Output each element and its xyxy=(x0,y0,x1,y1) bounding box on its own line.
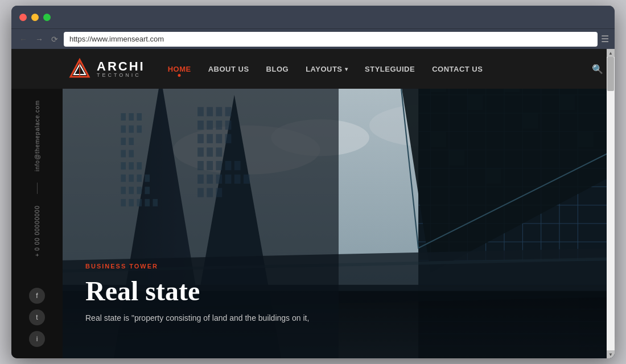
traffic-light-red[interactable] xyxy=(19,14,27,21)
traffic-light-green[interactable] xyxy=(43,14,51,21)
browser-window: ← → ⟳ ☰ ▲ ▼ xyxy=(11,6,615,358)
hero-category: BUSINESS TOWER xyxy=(85,263,592,270)
menu-button[interactable]: ☰ xyxy=(601,34,609,44)
browser-toolbar: ← → ⟳ ☰ xyxy=(11,28,615,49)
facebook-icon[interactable]: f xyxy=(29,288,45,304)
nav-styleguide[interactable]: STYLEGUIDE xyxy=(365,65,415,73)
nav-home[interactable]: HOME xyxy=(168,65,191,73)
logo-icon xyxy=(68,57,91,80)
site-nav: ARCHI TECTONIC HOME ABOUT US BLOG LAYOUT… xyxy=(11,49,615,89)
logo-text: ARCHI TECTONIC xyxy=(97,60,145,78)
hero-description: Real state is "property consisting of la… xyxy=(85,312,592,324)
scrollbar-up[interactable]: ▲ xyxy=(607,49,615,57)
nav-layouts[interactable]: LAYOUTS xyxy=(306,65,348,73)
address-bar[interactable] xyxy=(64,32,598,47)
nav-contact[interactable]: CONTACT US xyxy=(432,65,483,73)
twitter-icon[interactable]: t xyxy=(29,309,45,325)
sidebar-texts: info@themepalace.com + 0 00 00000000 xyxy=(34,100,40,257)
sidebar-phone: + 0 00 00000000 xyxy=(34,205,40,257)
scrollbar-thumb[interactable] xyxy=(607,57,614,91)
sidebar-socials: f t i xyxy=(29,288,45,347)
nav-blog[interactable]: BLOG xyxy=(266,65,289,73)
back-button[interactable]: ← xyxy=(17,34,30,45)
site-logo[interactable]: ARCHI TECTONIC xyxy=(68,57,145,80)
scrollbar-track xyxy=(607,57,615,350)
browser-titlebar xyxy=(11,6,615,28)
hero-content: BUSINESS TOWER Real state Real state is … xyxy=(85,263,592,324)
forward-button[interactable]: → xyxy=(33,34,46,45)
hero-title: Real state xyxy=(85,275,592,307)
logo-archi: ARCHI xyxy=(97,60,145,73)
sidebar-divider xyxy=(37,183,38,194)
scrollbar[interactable]: ▲ ▼ xyxy=(607,49,615,358)
search-icon[interactable]: 🔍 xyxy=(592,64,603,75)
content-area: info@themepalace.com + 0 00 00000000 f t… xyxy=(11,89,615,358)
sidebar-email: info@themepalace.com xyxy=(34,100,40,171)
sidebar: info@themepalace.com + 0 00 00000000 f t… xyxy=(11,89,63,358)
nav-links: HOME ABOUT US BLOG LAYOUTS STYLEGUIDE CO… xyxy=(168,65,592,73)
website: ▲ ▼ ARCHI TECTONIC xyxy=(11,49,615,358)
hero-section: BUSINESS TOWER Real state Real state is … xyxy=(63,89,615,358)
scrollbar-down[interactable]: ▼ xyxy=(607,350,615,358)
traffic-light-yellow[interactable] xyxy=(31,14,39,21)
refresh-button[interactable]: ⟳ xyxy=(49,34,60,45)
instagram-icon[interactable]: i xyxy=(29,331,45,347)
nav-about[interactable]: ABOUT US xyxy=(208,65,249,73)
logo-tectonic: TECTONIC xyxy=(97,73,145,78)
